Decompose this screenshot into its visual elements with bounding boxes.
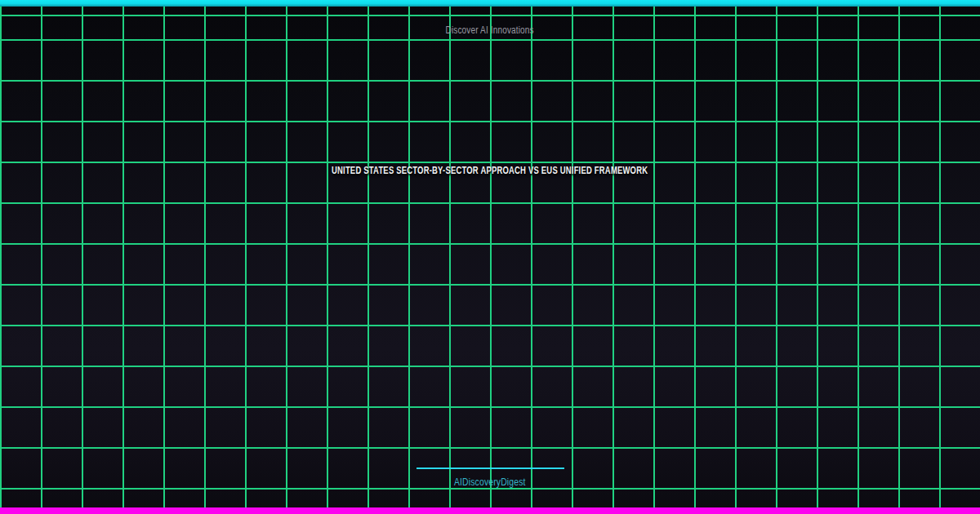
- brand-name-text: AIDiscoveryDigest: [454, 476, 526, 489]
- top-accent-bar: [0, 0, 980, 7]
- tagline-text: Discover AI Innovations: [446, 24, 534, 37]
- social-card: Discover AI Innovations UNITED STATES SE…: [0, 0, 980, 514]
- brand-name: AIDiscoveryDigest: [0, 476, 980, 489]
- grid-background: [0, 0, 980, 514]
- bottom-accent-bar: [0, 507, 980, 514]
- page-title-text: UNITED STATES SECTOR-BY-SECTOR APPROACH …: [332, 163, 648, 177]
- tagline: Discover AI Innovations: [0, 24, 980, 37]
- page-title: UNITED STATES SECTOR-BY-SECTOR APPROACH …: [0, 163, 980, 177]
- brand-divider-line: [416, 467, 564, 469]
